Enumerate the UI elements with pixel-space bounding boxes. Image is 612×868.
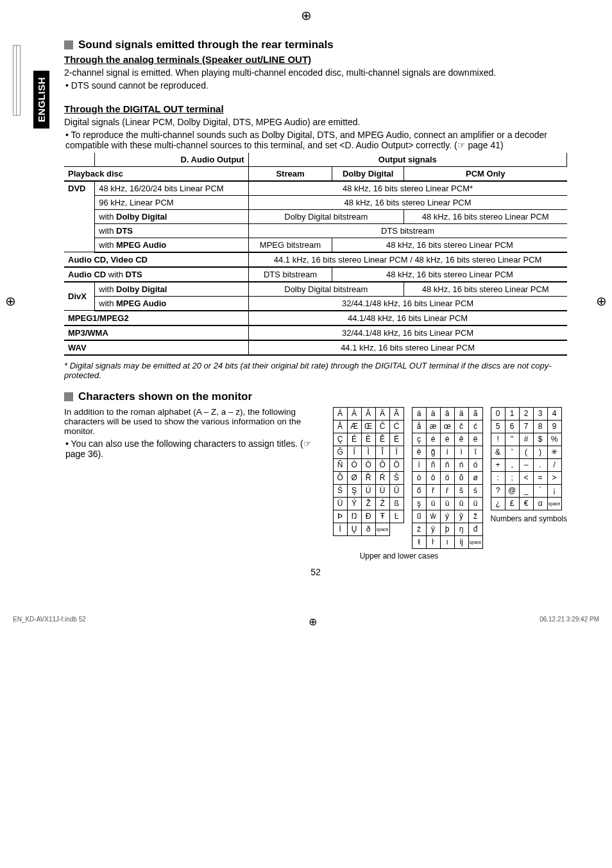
footnote: * Digital signals may be emitted at 20 o… xyxy=(64,361,567,380)
analog-desc: 2-channel signal is emitted. When playin… xyxy=(64,67,567,79)
footer-left: EN_KD-AVX11J-f.indb 52 xyxy=(13,616,86,628)
char-grid-upper: ÁÀÂÄÃÅÆŒČĆÇÉÈÊËĞÍÌÎÏÑÓÒÔÖÕØŘŔŜŚŞÚÙÛÜÝŽŹß… xyxy=(333,407,404,536)
heading-sound: Sound signals emitted through the rear t… xyxy=(78,39,334,51)
gutter-marks xyxy=(13,45,21,116)
caption-symbols: Numbers and symbols xyxy=(491,514,567,523)
digital-desc: Digital signals (Linear PCM, Dolby Digit… xyxy=(64,116,567,128)
output-signal-table: D. Audio Output Output signals Playback … xyxy=(64,153,567,356)
subhead-analog: Through the analog terminals (Speaker ou… xyxy=(64,54,567,65)
footer-crop-icon: ⊕ xyxy=(309,616,317,628)
char-grid-symbols: 0123456789!"#$%&'()✳+,–./:;<=>?@_`¡¿£€αs… xyxy=(491,407,562,510)
footer-right: 06.12.21 3:29:42 PM xyxy=(540,616,599,628)
page-number: 52 xyxy=(64,567,567,577)
subhead-digital: Through the DIGITAL OUT terminal xyxy=(64,103,567,114)
char-desc: In addition to the roman alphabet (A – Z… xyxy=(64,407,327,436)
caption-cases: Upper and lower cases xyxy=(231,551,567,560)
section-marker-icon xyxy=(64,40,73,49)
crop-mark-top: ⊕ xyxy=(301,8,312,23)
char-grid-lower: áàâäãåæœčćçéèêëěğíìîïñňńóòôöõøőřŕšśşúùûü… xyxy=(412,407,483,549)
analog-bullet: DTS sound cannot be reproduced. xyxy=(65,80,567,91)
crop-mark-left: ⊕ xyxy=(5,293,16,309)
char-bullet: You can also use the following character… xyxy=(65,438,327,459)
language-tab: ENGLISH xyxy=(33,71,49,128)
digital-bullet: To reproduce the multi-channel sounds su… xyxy=(65,130,567,150)
section-marker-icon xyxy=(64,392,73,401)
heading-chars: Characters shown on the monitor xyxy=(78,390,252,403)
crop-mark-right: ⊕ xyxy=(596,293,607,309)
